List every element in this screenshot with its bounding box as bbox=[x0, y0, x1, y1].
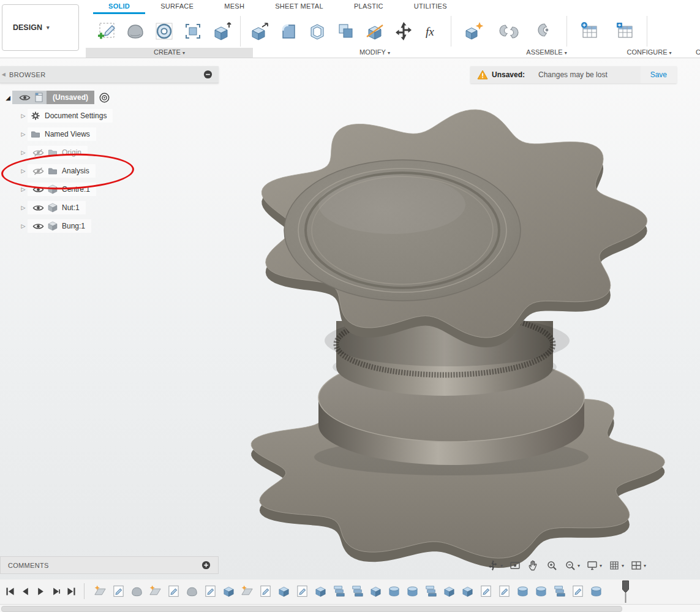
shell-button[interactable] bbox=[303, 16, 331, 47]
tab-utilities[interactable]: UTILITIES bbox=[399, 0, 462, 14]
viewport-canvas[interactable]: Unsaved: Changes may be lost Save ◀ BROW… bbox=[0, 58, 700, 580]
tree-item-origin[interactable]: ▷ Origin bbox=[0, 143, 219, 162]
timeline-feature-sketch[interactable] bbox=[167, 584, 181, 599]
timeline-feature-revolve[interactable] bbox=[405, 584, 420, 599]
save-button[interactable]: Save bbox=[641, 66, 677, 83]
tree-item-nut[interactable]: ▷ Nut:1 bbox=[0, 198, 219, 217]
panel-collapse-icon[interactable]: ◀ bbox=[0, 72, 7, 77]
create-form-button[interactable] bbox=[121, 16, 149, 47]
timeline-feature-revolve[interactable] bbox=[387, 584, 401, 599]
tree-collapsed-icon[interactable]: ▷ bbox=[19, 149, 28, 156]
step-back-button[interactable] bbox=[18, 584, 33, 598]
go-to-beginning-button[interactable] bbox=[2, 584, 18, 598]
press-pull-button[interactable] bbox=[245, 16, 274, 47]
timeline-feature-construct[interactable] bbox=[148, 584, 162, 599]
timeline-feature-extrude[interactable] bbox=[314, 584, 328, 599]
tree-collapsed-icon[interactable]: ▷ bbox=[19, 131, 28, 137]
timeline-feature-revolve[interactable] bbox=[589, 584, 603, 599]
configure-menu[interactable]: CONFIGURE▾ bbox=[603, 48, 695, 58]
visibility-eye-icon[interactable] bbox=[19, 94, 31, 102]
grid-snaps-button[interactable]: ▾ bbox=[605, 558, 627, 573]
document-name[interactable]: (Unsaved) bbox=[47, 91, 94, 104]
timeline-feature-extrude[interactable] bbox=[442, 584, 456, 599]
tree-item-root[interactable]: ◢ (Unsaved) bbox=[0, 88, 219, 107]
tab-surface[interactable]: SURFACE bbox=[145, 0, 209, 14]
pan-button[interactable] bbox=[524, 558, 543, 573]
collapse-all-button[interactable] bbox=[203, 70, 213, 79]
tree-item-bung[interactable]: ▷ Bung:1 bbox=[0, 217, 219, 235]
create-menu[interactable]: CREATE▾ bbox=[86, 48, 253, 58]
look-at-button[interactable] bbox=[506, 558, 524, 573]
orbit-button[interactable]: ▾ bbox=[484, 558, 506, 573]
tab-solid[interactable]: SOLID bbox=[93, 0, 145, 14]
scrollbar-thumb[interactable] bbox=[1, 606, 622, 612]
timeline-feature-pattern[interactable] bbox=[552, 584, 566, 599]
play-button[interactable] bbox=[33, 584, 48, 598]
assemble-menu[interactable]: ASSEMBLE▾ bbox=[490, 48, 603, 58]
timeline-feature-revolve[interactable] bbox=[534, 584, 548, 599]
timeline-feature-extrude[interactable] bbox=[461, 584, 475, 599]
timeline-feature-construct[interactable] bbox=[93, 584, 107, 599]
modify-menu[interactable]: MODIFY▾ bbox=[262, 48, 487, 58]
as-built-joint-button[interactable] bbox=[527, 16, 562, 47]
timeline-feature-pattern[interactable] bbox=[424, 584, 438, 599]
comments-panel[interactable]: COMMENTS bbox=[0, 556, 219, 574]
timeline-feature-sketch[interactable] bbox=[295, 584, 309, 599]
tab-plastic[interactable]: PLASTIC bbox=[339, 0, 399, 14]
visibility-eye-off-icon[interactable] bbox=[32, 149, 44, 157]
viewports-button[interactable]: ▾ bbox=[627, 558, 649, 573]
tree-item-named-views[interactable]: ▷ Named Views bbox=[0, 125, 219, 143]
timeline-scrollbar[interactable] bbox=[0, 604, 700, 612]
tree-collapsed-icon[interactable]: ▷ bbox=[19, 223, 28, 229]
move-copy-button[interactable] bbox=[389, 16, 418, 47]
timeline-feature-sketch[interactable] bbox=[479, 584, 493, 599]
timeline-feature-sketch[interactable] bbox=[497, 584, 511, 599]
step-forward-button[interactable] bbox=[48, 584, 64, 598]
configuration-button[interactable] bbox=[571, 16, 607, 47]
split-body-button[interactable] bbox=[360, 16, 389, 47]
timeline-feature-sketch[interactable] bbox=[571, 584, 585, 599]
tree-item-centre[interactable]: ▷ Centre:1 bbox=[0, 180, 219, 198]
new-component-button[interactable] bbox=[456, 16, 491, 47]
activate-component-radio[interactable] bbox=[99, 93, 110, 103]
visibility-eye-icon[interactable] bbox=[32, 186, 44, 194]
timeline-feature-sketch[interactable] bbox=[258, 584, 273, 599]
timeline-feature-form[interactable] bbox=[130, 584, 144, 599]
visibility-eye-icon[interactable] bbox=[32, 204, 44, 212]
timeline-feature-pattern[interactable] bbox=[350, 584, 364, 599]
combine-button[interactable] bbox=[331, 16, 360, 47]
timeline-feature-sketch[interactable] bbox=[111, 584, 126, 599]
timeline-feature-extrude[interactable] bbox=[277, 584, 291, 599]
tree-item-analysis[interactable]: ▷ Analysis bbox=[0, 162, 219, 180]
tree-collapsed-icon[interactable]: ▷ bbox=[19, 186, 28, 192]
timeline-feature-construct[interactable] bbox=[240, 584, 254, 599]
go-to-end-button[interactable] bbox=[64, 584, 79, 598]
configuration-table-button[interactable] bbox=[607, 16, 642, 47]
create-box-button[interactable] bbox=[178, 16, 207, 47]
create-extrude-button[interactable] bbox=[207, 16, 236, 47]
tree-collapsed-icon[interactable]: ▷ bbox=[19, 113, 28, 119]
zoom-button[interactable] bbox=[543, 558, 561, 573]
display-settings-button[interactable]: ▾ bbox=[583, 558, 605, 573]
joint-button[interactable] bbox=[491, 16, 527, 47]
timeline-position-marker[interactable] bbox=[621, 580, 631, 603]
tab-sheet-metal[interactable]: SHEET METAL bbox=[260, 0, 339, 14]
timeline-feature-extrude[interactable] bbox=[369, 584, 383, 599]
timeline-feature-extrude[interactable] bbox=[222, 584, 236, 599]
tree-collapsed-icon[interactable]: ▷ bbox=[19, 168, 28, 174]
tree-expanded-icon[interactable]: ◢ bbox=[4, 94, 12, 101]
design-workspace-menu[interactable]: DESIGN ▾ bbox=[2, 4, 79, 51]
change-parameters-button[interactable]: fx bbox=[418, 16, 446, 47]
fillet-button[interactable] bbox=[274, 16, 303, 47]
create-sketch-button[interactable] bbox=[92, 16, 121, 47]
tab-mesh[interactable]: MESH bbox=[209, 0, 260, 14]
timeline-feature-form[interactable] bbox=[185, 584, 199, 599]
visibility-eye-icon[interactable] bbox=[32, 222, 44, 230]
timeline-feature-pattern[interactable] bbox=[332, 584, 346, 599]
tree-collapsed-icon[interactable]: ▷ bbox=[19, 205, 28, 211]
expand-comments-button[interactable] bbox=[201, 561, 211, 570]
create-coil-button[interactable] bbox=[149, 16, 178, 47]
timeline-feature-sketch[interactable] bbox=[203, 584, 217, 599]
visibility-eye-off-icon[interactable] bbox=[32, 167, 44, 175]
tree-item-document-settings[interactable]: ▷ Document Settings bbox=[0, 107, 219, 125]
